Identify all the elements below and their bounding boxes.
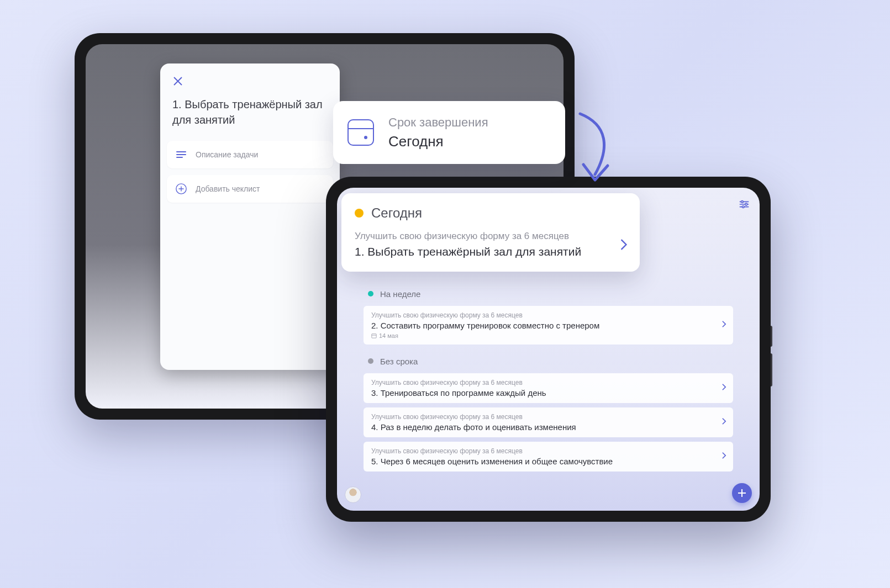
avatar[interactable] <box>345 486 361 503</box>
description-row[interactable]: Описание задачи <box>167 141 333 168</box>
description-icon <box>175 148 188 161</box>
item-parent: Улучшить свою физическую форму за 6 меся… <box>371 413 711 421</box>
chevron-right-icon <box>620 239 628 253</box>
item-title: 4. Раз в неделю делать фото и оценивать … <box>371 422 711 432</box>
today-card[interactable]: Сегодня Улучшить свою физическую форму з… <box>341 193 640 272</box>
list-item[interactable]: Улучшить свою физическую форму за 6 меся… <box>364 407 733 437</box>
today-dot-icon <box>355 209 364 218</box>
task-title: 1. Выбрать тренажёрный зал для занятий <box>172 97 328 128</box>
filter-icon[interactable] <box>736 197 752 212</box>
chevron-right-icon <box>722 320 726 330</box>
task-list: На неделе Улучшить свою физическую форму… <box>364 282 733 478</box>
chevron-right-icon <box>722 383 726 393</box>
add-button[interactable] <box>732 483 752 503</box>
item-title: 5. Через 6 месяцев оценить изменения и о… <box>371 457 711 466</box>
today-heading: Сегодня <box>371 205 422 221</box>
section-no-deadline: Без срока <box>364 349 733 373</box>
today-parent-goal: Улучшить свою физическую форму за 6 меся… <box>355 231 626 242</box>
svg-point-2 <box>745 203 747 205</box>
deadline-value: Сегодня <box>388 133 488 150</box>
item-date: 14 мая <box>371 332 711 339</box>
close-icon[interactable] <box>172 76 183 87</box>
tablet-b-screen: Сегодня Улучшить свою физическую форму з… <box>337 188 760 511</box>
task-detail-card: 1. Выбрать тренажёрный зал для занятий О… <box>160 63 340 370</box>
deadline-label: Срок завершения <box>388 115 488 130</box>
svg-point-1 <box>741 201 744 203</box>
item-title: 3. Тренироваться по программе каждый ден… <box>371 388 711 398</box>
item-title: 2. Составить программу тренировок совмес… <box>371 321 711 330</box>
item-parent: Улучшить свою физическую форму за 6 меся… <box>371 379 711 386</box>
item-parent: Улучшить свою физическую форму за 6 меся… <box>371 447 711 455</box>
description-label: Описание задачи <box>196 150 258 159</box>
chevron-right-icon <box>722 417 726 427</box>
svg-point-3 <box>742 206 744 208</box>
tablet-foreground: Сегодня Улучшить свою физическую форму з… <box>326 177 771 522</box>
add-checklist-label: Добавить чеклист <box>196 184 260 193</box>
deadline-pill[interactable]: Срок завершения Сегодня <box>333 101 565 164</box>
section-week-label: На неделе <box>380 289 420 299</box>
section-none-label: Без срока <box>380 357 418 366</box>
list-item[interactable]: Улучшить свою физическую форму за 6 меся… <box>364 442 733 472</box>
today-task-title: 1. Выбрать тренажёрный зал для занятий <box>355 245 626 258</box>
svg-rect-4 <box>372 334 376 338</box>
none-dot-icon <box>368 358 373 364</box>
section-week: На неделе <box>364 282 733 306</box>
list-item[interactable]: Улучшить свою физическую форму за 6 меся… <box>364 373 733 403</box>
plus-circle-icon <box>175 182 188 195</box>
item-parent: Улучшить свою физическую форму за 6 меся… <box>371 311 711 319</box>
calendar-icon <box>347 119 374 146</box>
list-item[interactable]: Улучшить свою физическую форму за 6 меся… <box>364 306 733 345</box>
week-dot-icon <box>368 291 373 296</box>
add-checklist-row[interactable]: Добавить чеклист <box>167 175 333 203</box>
arrow-icon <box>576 109 614 192</box>
chevron-right-icon <box>722 452 726 462</box>
